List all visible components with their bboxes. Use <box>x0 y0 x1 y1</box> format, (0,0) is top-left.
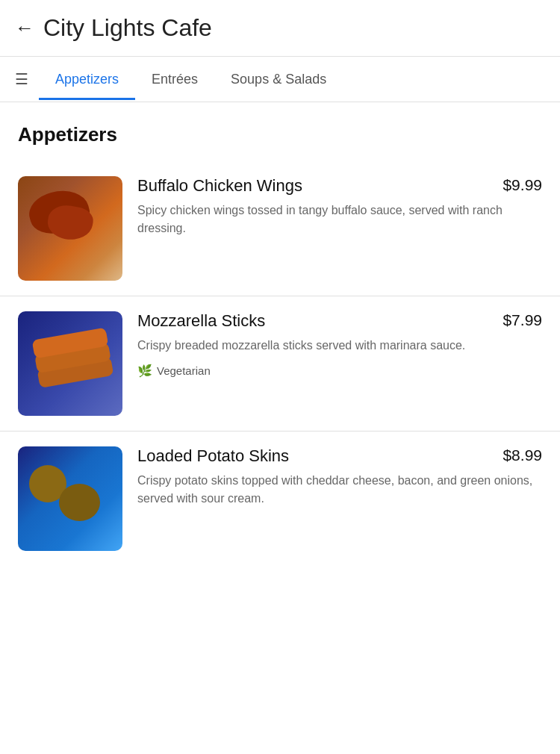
vegetarian-label: Vegetarian <box>157 364 211 377</box>
tab-soups-salads[interactable]: Soups & Salads <box>214 58 343 100</box>
section-title: Appetizers <box>0 102 560 161</box>
header: ← City Lights Cafe <box>0 0 560 57</box>
item-price-mozzarella: $7.99 <box>503 311 542 329</box>
item-header-mozzarella: Mozzarella Sticks $7.99 <box>137 311 542 331</box>
tab-appetizers[interactable]: Appetizers <box>39 58 135 100</box>
back-arrow-icon: ← <box>15 16 34 40</box>
item-price-potato: $8.99 <box>503 446 542 464</box>
item-desc-mozzarella: Crispy breaded mozzarella sticks served … <box>137 337 542 355</box>
item-name-potato: Loaded Potato Skins <box>137 446 503 466</box>
list-item[interactable]: Buffalo Chicken Wings $9.99 Spicy chicke… <box>0 161 560 296</box>
item-header-potato: Loaded Potato Skins $8.99 <box>137 446 542 466</box>
tab-bar: ☰ Appetizers Entrées Soups & Salads <box>0 57 560 102</box>
item-desc-potato: Crispy potato skins topped with cheddar … <box>137 472 542 508</box>
page-title: City Lights Cafe <box>43 14 212 42</box>
list-item[interactable]: Mozzarella Sticks $7.99 Crispy breaded m… <box>0 296 560 431</box>
item-price-wings: $9.99 <box>503 176 542 194</box>
item-content-wings: Buffalo Chicken Wings $9.99 Spicy chicke… <box>122 176 542 243</box>
item-desc-wings: Spicy chicken wings tossed in tangy buff… <box>137 202 542 237</box>
item-image-mozzarella <box>18 311 122 416</box>
item-name-wings: Buffalo Chicken Wings <box>137 176 503 196</box>
item-image-wings <box>18 176 122 281</box>
item-header-wings: Buffalo Chicken Wings $9.99 <box>137 176 542 196</box>
leaf-icon: 🌿 <box>137 364 152 378</box>
menu-icon[interactable]: ☰ <box>7 57 39 102</box>
item-content-potato: Loaded Potato Skins $8.99 Crispy potato … <box>122 446 542 514</box>
item-image-potato <box>18 446 122 551</box>
item-content-mozzarella: Mozzarella Sticks $7.99 Crispy breaded m… <box>122 311 542 378</box>
vegetarian-badge: 🌿 Vegetarian <box>137 364 211 378</box>
item-name-mozzarella: Mozzarella Sticks <box>137 311 503 331</box>
tab-entrees[interactable]: Entrées <box>135 58 214 100</box>
back-button[interactable]: ← <box>15 13 43 43</box>
menu-list: Buffalo Chicken Wings $9.99 Spicy chicke… <box>0 161 560 566</box>
list-item[interactable]: Loaded Potato Skins $8.99 Crispy potato … <box>0 431 560 566</box>
